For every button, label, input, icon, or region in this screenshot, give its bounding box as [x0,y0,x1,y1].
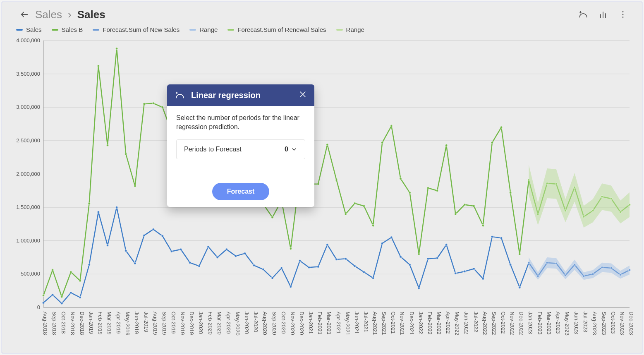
forecast-button[interactable]: Forecast [212,183,270,200]
svg-text:Aug-2019: Aug-2019 [152,312,158,335]
svg-point-140 [482,278,484,280]
svg-text:Oct-2020: Oct-2020 [280,312,287,333]
svg-text:May-2022: May-2022 [454,312,460,336]
svg-text:Aug-2022: Aug-2022 [482,312,488,335]
legend-label: Sales [26,26,42,33]
svg-point-221 [628,204,630,206]
svg-point-189 [335,179,338,181]
svg-point-99 [106,244,108,246]
svg-point-112 [225,248,227,250]
arrow-left-icon [20,10,29,19]
svg-point-199 [427,187,429,189]
svg-point-169 [152,102,154,104]
svg-point-167 [134,185,136,187]
legend-item[interactable]: Forecast.Sum of Renewal Sales [227,26,326,33]
svg-point-123 [326,244,328,246]
svg-point-208 [510,192,512,194]
svg-point-132 [409,264,411,266]
svg-text:Dec-2021: Dec-2021 [409,312,415,335]
svg-text:Jan-2023: Jan-2023 [527,312,534,334]
dialog-close-button[interactable] [299,90,307,101]
forecast-tool-button[interactable] [576,7,591,22]
svg-text:Jan-2021: Jan-2021 [308,312,314,334]
svg-point-133 [418,287,420,289]
svg-point-215 [574,186,576,188]
svg-point-154 [610,267,612,269]
svg-point-150 [574,264,576,266]
breadcrumb-sep: › [68,8,72,21]
svg-point-184 [290,248,292,250]
svg-point-191 [354,202,356,204]
svg-text:500,000: 500,000 [21,271,40,277]
svg-text:Nov-2022: Nov-2022 [509,312,515,335]
svg-text:Jan-2020: Jan-2020 [198,312,204,334]
svg-point-152 [592,273,594,275]
svg-text:Sep-2021: Sep-2021 [381,312,387,335]
svg-text:May-2023: May-2023 [564,312,570,336]
svg-text:Aug-2018: Aug-2018 [42,312,48,335]
svg-point-188 [326,144,328,146]
svg-point-113 [235,255,237,257]
svg-point-220 [619,211,621,213]
svg-point-151 [583,275,585,277]
svg-text:May-2019: May-2019 [124,312,131,336]
svg-point-107 [180,248,182,250]
svg-text:Aug-2023: Aug-2023 [591,312,598,335]
chart-type-button[interactable] [596,7,610,22]
svg-point-106 [170,250,172,252]
svg-text:Jul-2023: Jul-2023 [582,312,589,332]
svg-point-218 [601,196,603,198]
more-vertical-icon [618,10,627,19]
svg-point-131 [400,256,402,258]
svg-text:0: 0 [37,304,40,310]
svg-point-93 [52,294,54,296]
svg-point-111 [216,256,218,258]
svg-text:Dec-2019: Dec-2019 [189,312,195,335]
svg-point-114 [244,252,246,254]
svg-point-196 [400,178,402,180]
svg-point-203 [464,204,466,206]
svg-point-145 [528,261,530,264]
legend-item[interactable]: Forecast.Sum of New Sales [93,26,180,33]
breadcrumb-parent[interactable]: Sales [35,8,62,21]
legend-item[interactable]: Sales [16,26,42,33]
svg-text:Sep-2018: Sep-2018 [51,312,57,335]
svg-point-163 [97,65,99,67]
svg-point-202 [455,213,457,215]
svg-point-135 [436,257,438,259]
svg-point-193 [372,224,374,226]
more-menu-button[interactable] [615,7,630,22]
svg-point-210 [528,179,530,181]
svg-point-96 [79,296,81,298]
legend-item[interactable]: Range [336,26,364,33]
svg-point-104 [152,228,154,230]
svg-point-129 [381,242,383,245]
svg-point-146 [537,275,539,277]
svg-text:3,500,000: 3,500,000 [16,71,40,77]
svg-text:Jan-2022: Jan-2022 [418,312,424,334]
svg-point-197 [409,192,411,194]
svg-text:Nov-2018: Nov-2018 [69,312,76,335]
svg-point-6 [622,17,624,18]
svg-point-128 [372,277,374,279]
svg-point-217 [592,210,594,212]
svg-text:Feb-2021: Feb-2021 [317,312,323,335]
svg-point-187 [317,183,319,185]
svg-text:Nov-2019: Nov-2019 [180,312,186,335]
legend-item[interactable]: Range [189,26,218,33]
svg-text:Jan-2019: Jan-2019 [88,312,94,334]
svg-point-147 [546,261,548,264]
svg-text:4,000,000: 4,000,000 [16,37,40,43]
back-button[interactable] [19,9,30,20]
svg-text:Sep-2022: Sep-2022 [491,312,497,335]
legend-item[interactable]: Sales B [52,26,83,33]
svg-point-164 [106,144,108,146]
svg-point-170 [161,106,163,108]
svg-point-214 [564,210,566,212]
legend-swatch [52,29,58,31]
svg-point-149 [564,274,566,276]
svg-point-119 [290,285,292,288]
periods-selector[interactable]: Periods to Forecast 0 [176,139,305,159]
svg-point-115 [253,264,255,266]
svg-text:Apr-2023: Apr-2023 [555,312,561,333]
